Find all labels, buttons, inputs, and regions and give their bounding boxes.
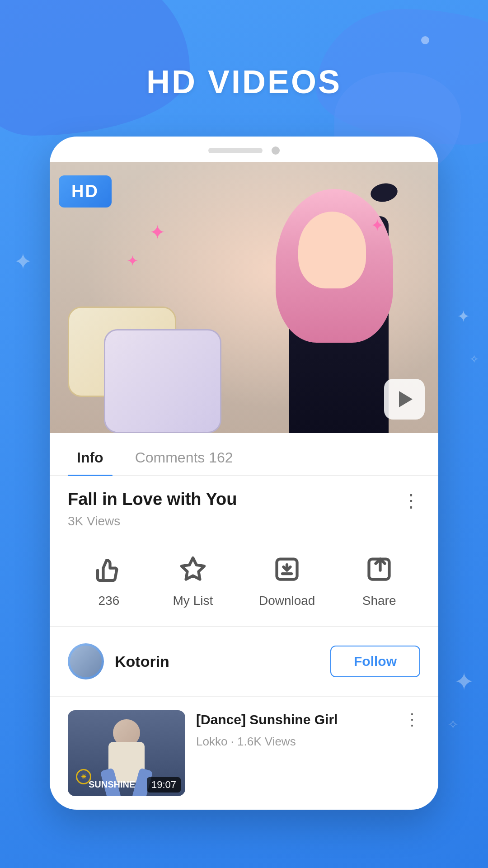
mylist-icon xyxy=(175,551,211,587)
sparkle-icon-3: ✧ xyxy=(469,353,479,366)
phone-mockup: ✦ ✦ ✦ HD Info Comments 162 Fall in Love … xyxy=(50,137,438,810)
share-icon xyxy=(361,551,397,587)
sunshine-icon: ☀ xyxy=(81,773,87,780)
video-title-row: Fall in Love with You ⋮ xyxy=(50,476,438,514)
char-face xyxy=(298,212,366,288)
sparkle-icon-4: ✦ xyxy=(454,667,474,696)
download-icon xyxy=(269,551,305,587)
creator-info: Kotorin xyxy=(68,643,169,679)
related-more-button[interactable]: ⋮ xyxy=(404,710,420,729)
download-action[interactable]: Download xyxy=(259,551,315,608)
sunshine-text: SUNSHINE xyxy=(89,779,135,790)
avatar-image xyxy=(70,646,102,677)
like-action[interactable]: 236 xyxy=(91,551,127,608)
related-info: [Dance] Sunshine Girl Lokko · 1.6K Views xyxy=(196,710,393,749)
phone-top-bar xyxy=(50,137,438,162)
pink-sparkle-3: ✦ xyxy=(371,216,384,235)
related-video-meta: Lokko · 1.6K Views xyxy=(196,735,393,749)
notch-dot xyxy=(272,146,280,155)
creator-name: Kotorin xyxy=(115,653,169,670)
sparkle-icon-5: ✧ xyxy=(447,717,459,732)
follow-button[interactable]: Follow xyxy=(330,646,420,677)
sparkle-icon-1: ✦ xyxy=(14,249,33,275)
sunshine-label-row: ☀ SUNSHINE xyxy=(72,779,135,790)
like-icon xyxy=(91,551,127,587)
hd-badge: HD xyxy=(59,175,112,208)
creator-avatar xyxy=(68,643,104,679)
video-duration: 19:07 xyxy=(147,777,181,793)
tab-info[interactable]: Info xyxy=(68,438,113,475)
tabs-row: Info Comments 162 xyxy=(50,438,438,476)
actions-row: 236 My List Download xyxy=(50,542,438,627)
svg-marker-0 xyxy=(182,558,204,580)
sunshine-circle: ☀ xyxy=(76,769,91,784)
notch-pill xyxy=(208,148,263,153)
tab-comments[interactable]: Comments 162 xyxy=(126,438,242,475)
pink-sparkle-1: ✦ xyxy=(149,221,166,244)
sparkle-icon-2: ✦ xyxy=(457,307,470,326)
view-count: 3K Views xyxy=(50,514,438,542)
mylist-label: My List xyxy=(173,594,213,608)
pink-sparkle-2: ✦ xyxy=(127,252,139,269)
play-button[interactable] xyxy=(384,379,425,420)
page-title: HD VIDEOS xyxy=(0,0,488,100)
like-count: 236 xyxy=(98,594,119,608)
char-bow xyxy=(369,181,399,204)
related-video-title: [Dance] Sunshine Girl xyxy=(196,710,393,729)
play-triangle-icon xyxy=(399,391,413,407)
related-thumbnail: ☀ SUNSHINE 19:07 xyxy=(68,710,185,796)
more-options-button[interactable]: ⋮ xyxy=(402,490,420,509)
download-label: Download xyxy=(259,594,315,608)
pillow-2 xyxy=(104,329,221,433)
mylist-action[interactable]: My List xyxy=(173,551,213,608)
related-video[interactable]: ☀ SUNSHINE 19:07 [Dance] Sunshine Girl L… xyxy=(50,697,438,810)
share-action[interactable]: Share xyxy=(361,551,397,608)
share-label: Share xyxy=(362,594,396,608)
video-thumbnail[interactable]: ✦ ✦ ✦ HD xyxy=(50,162,438,433)
creator-row: Kotorin Follow xyxy=(50,627,438,697)
video-title: Fall in Love with You xyxy=(68,490,237,509)
